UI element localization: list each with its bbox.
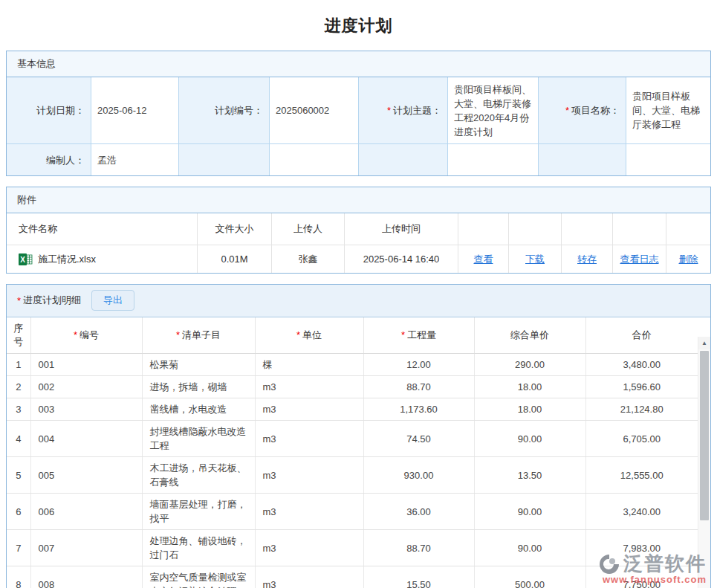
detail-cell-item: 凿线槽，水电改造 — [142, 398, 255, 421]
column-header-index: 序号 — [7, 317, 30, 354]
empty-value-cell — [448, 144, 539, 175]
export-button[interactable]: 导出 — [91, 290, 134, 311]
plan-date-value: 2025-06-12 — [91, 77, 179, 144]
required-asterisk: * — [401, 329, 405, 340]
plan-detail-title-text: 进度计划明细 — [23, 294, 81, 307]
detail-cell-total: 7,983.00 — [585, 530, 698, 566]
scrollbar-up-arrow-icon[interactable]: ▲ — [698, 337, 710, 349]
required-asterisk: * — [17, 295, 21, 306]
detail-cell-unit_price: 13.50 — [474, 457, 585, 494]
action-cell: 下载 — [509, 245, 562, 273]
basic-info-section-title: 基本信息 — [7, 51, 710, 77]
detail-cell-index: 1 — [7, 354, 30, 376]
empty-label-cell — [179, 144, 270, 175]
detail-cell-unit: 棵 — [255, 354, 363, 376]
detail-cell-index: 8 — [7, 566, 30, 588]
plan-detail-section: * 进度计划明细 导出 序号*编号*清单子目*单位*工程量综合单价合价 1001… — [6, 284, 711, 588]
detail-cell-unit_price: 90.00 — [474, 421, 585, 457]
column-header-action — [562, 213, 613, 245]
detail-row: 2002进场，拆墙，砌墙m388.7018.001,596.60 — [7, 376, 698, 398]
detail-cell-total: 21,124.80 — [585, 398, 698, 421]
project-name-label: *项目名称： — [539, 77, 626, 144]
detail-row: 5005木工进场，吊天花板、石膏线m3930.0013.5012,555.00 — [7, 457, 698, 494]
view-log-link[interactable]: 查看日志 — [620, 253, 659, 266]
column-header-quantity: *工程量 — [363, 317, 474, 354]
detail-cell-quantity: 12.00 — [363, 354, 474, 376]
vertical-scrollbar[interactable]: ▲ ▼ — [698, 337, 710, 588]
detail-cell-unit_price: 18.00 — [474, 398, 585, 421]
author-value: 孟浩 — [91, 144, 179, 175]
delete-link[interactable]: 删除 — [679, 253, 698, 266]
column-header-action — [666, 213, 710, 245]
detail-cell-total: 7,750.00 — [585, 566, 698, 588]
detail-cell-code: 008 — [30, 566, 142, 588]
required-asterisk: * — [74, 329, 77, 340]
detail-cell-index: 2 — [7, 376, 30, 398]
empty-value-cell — [626, 144, 710, 175]
column-header-uploader: 上传人 — [272, 213, 345, 245]
attachment-file-name: X 施工情况.xlsx — [7, 245, 198, 273]
detail-cell-unit: m3 — [255, 530, 363, 566]
detail-cell-item: 室内空气质量检测或室内空气污染综合治理； — [142, 566, 255, 588]
detail-header-row: 序号*编号*清单子目*单位*工程量综合单价合价 — [7, 317, 698, 354]
download-link[interactable]: 下载 — [525, 253, 545, 266]
plan-subject-value: 贵阳项目样板间、大堂、电梯厅装修工程2020年4月份进度计划 — [448, 77, 539, 144]
detail-cell-unit_price: 18.00 — [474, 376, 585, 398]
attachment-upload-time: 2025-06-14 16:40 — [345, 245, 458, 273]
required-asterisk: * — [296, 329, 300, 340]
column-header-item: *清单子目 — [142, 317, 255, 354]
detail-cell-unit: m3 — [255, 566, 363, 588]
column-header-total: 合价 — [585, 317, 698, 354]
scrollbar-thumb[interactable] — [700, 351, 709, 520]
detail-row: 7007处理边角、铺设地砖，过门石m388.7090.007,983.00 — [7, 530, 698, 566]
detail-cell-quantity: 74.50 — [363, 421, 474, 457]
detail-cell-unit_price: 500.00 — [474, 566, 585, 588]
save-copy-link[interactable]: 转存 — [577, 253, 597, 266]
column-header-code: *编号 — [30, 317, 142, 354]
detail-cell-unit: m3 — [255, 494, 363, 530]
empty-value-cell — [270, 144, 359, 175]
attachment-file-size: 0.01M — [198, 245, 272, 273]
detail-cell-unit: m3 — [255, 376, 363, 398]
detail-cell-total: 12,555.00 — [585, 457, 698, 494]
detail-cell-quantity: 930.00 — [363, 457, 474, 494]
required-asterisk: * — [387, 103, 391, 117]
attachments-table: 文件名称 文件大小 上传人 上传时间 X 施工情况.xlsx — [7, 213, 710, 273]
author-label: 编制人： — [7, 144, 91, 175]
column-header-action — [509, 213, 562, 245]
action-cell: 删除 — [666, 245, 710, 273]
action-cell: 转存 — [562, 245, 613, 273]
detail-cell-quantity: 88.70 — [363, 376, 474, 398]
detail-cell-total: 3,240.00 — [585, 494, 698, 530]
detail-cell-item: 木工进场，吊天花板、石膏线 — [142, 457, 255, 494]
detail-cell-index: 6 — [7, 494, 30, 530]
detail-cell-index: 7 — [7, 530, 30, 566]
detail-cell-code: 005 — [30, 457, 142, 494]
detail-cell-code: 003 — [30, 398, 142, 421]
column-header-unit_price: 综合单价 — [474, 317, 585, 354]
required-asterisk: * — [565, 103, 569, 117]
column-header-action — [613, 213, 666, 245]
detail-cell-unit: m3 — [255, 421, 363, 457]
plan-number-value: 2025060002 — [270, 77, 359, 144]
empty-label-cell — [539, 144, 626, 175]
detail-cell-unit_price: 90.00 — [474, 494, 585, 530]
plan-subject-label: *计划主题： — [359, 77, 448, 144]
detail-cell-item: 处理边角、铺设地砖，过门石 — [142, 530, 255, 566]
attachments-section-title: 附件 — [7, 187, 710, 213]
column-header-upload-time: 上传时间 — [345, 213, 458, 245]
detail-cell-item: 松果菊 — [142, 354, 255, 376]
detail-cell-quantity: 15.50 — [363, 566, 474, 588]
plan-number-label: 计划编号： — [179, 77, 270, 144]
detail-cell-item: 封埋线槽隐蔽水电改造工程 — [142, 421, 255, 457]
view-link[interactable]: 查看 — [474, 253, 493, 266]
detail-row: 4004封埋线槽隐蔽水电改造工程m374.5090.006,705.00 — [7, 421, 698, 457]
detail-cell-index: 3 — [7, 398, 30, 421]
detail-cell-item: 墙面基层处理，打磨，找平 — [142, 494, 255, 530]
detail-cell-unit_price: 290.00 — [474, 354, 585, 376]
detail-cell-quantity: 36.00 — [363, 494, 474, 530]
project-name-value: 贵阳项目样板间、大堂、电梯厅装修工程 — [626, 77, 710, 144]
detail-cell-code: 006 — [30, 494, 142, 530]
basic-info-section: 基本信息 计划日期： 2025-06-12 计划编号： 2025060002 *… — [6, 51, 711, 176]
detail-cell-quantity: 88.70 — [363, 530, 474, 566]
